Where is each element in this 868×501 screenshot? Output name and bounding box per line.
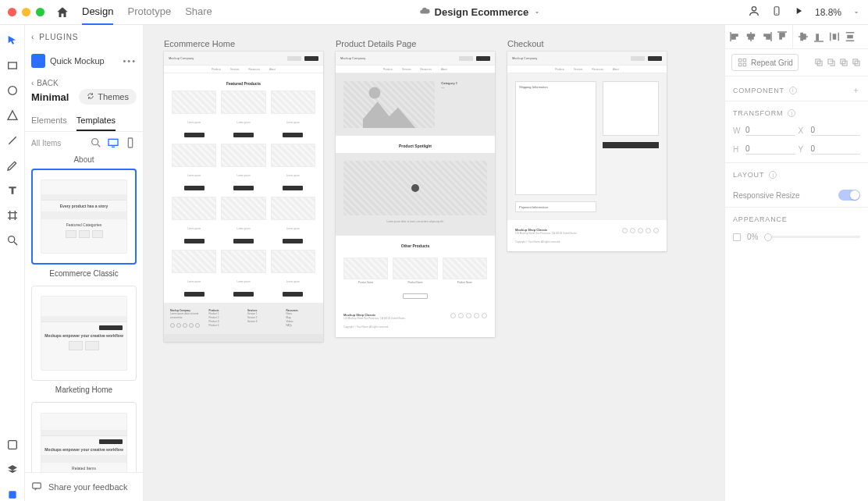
distribute-v-icon[interactable]: [843, 30, 857, 44]
responsive-resize-label: Responsive Resize: [733, 191, 800, 200]
svg-rect-24: [764, 34, 770, 36]
align-hcenter-icon[interactable]: [744, 30, 758, 44]
info-icon[interactable]: i: [788, 109, 795, 117]
align-right-icon[interactable]: [760, 30, 774, 44]
svg-line-5: [9, 137, 16, 144]
canvas[interactable]: Ecommerce Home Mockup Company ProductsSe…: [144, 25, 724, 501]
svg-point-4: [8, 87, 16, 95]
subtab-elements[interactable]: Elements: [31, 111, 67, 131]
align-vcenter-icon[interactable]: [796, 30, 810, 44]
mobile-preview-icon[interactable]: [771, 5, 782, 20]
svg-point-16: [368, 87, 380, 99]
responsive-toggle[interactable]: [838, 190, 860, 201]
info-icon[interactable]: i: [789, 87, 797, 94]
artboard-title[interactable]: Ecommerce Home: [164, 39, 323, 48]
layers-icon[interactable]: [6, 464, 19, 476]
grid-icon: [737, 57, 748, 68]
align-bottom-icon[interactable]: [812, 30, 826, 44]
window-zoom[interactable]: [36, 8, 44, 16]
zoom-level[interactable]: 18.8%: [815, 7, 841, 18]
subtract-op-icon[interactable]: [826, 57, 837, 68]
mobile-filter-icon[interactable]: [124, 137, 137, 149]
section-appearance: APPEARANCE: [733, 215, 788, 223]
artboard-tool[interactable]: [6, 209, 19, 222]
chat-icon: [31, 481, 42, 493]
svg-rect-30: [801, 34, 802, 41]
exclude-op-icon[interactable]: [851, 57, 862, 68]
svg-rect-25: [767, 37, 770, 39]
svg-rect-22: [749, 37, 753, 39]
artboard-title[interactable]: Checkout: [507, 39, 667, 48]
plugins-back-icon[interactable]: ‹: [31, 33, 34, 41]
align-top-icon[interactable]: [775, 30, 789, 44]
window-close[interactable]: [8, 8, 16, 16]
avatar-icon[interactable]: [748, 5, 760, 20]
artboard-checkout[interactable]: Mockup Company ProductsServicesResources…: [507, 52, 667, 251]
svg-rect-33: [816, 34, 818, 41]
chevron-down-icon[interactable]: [533, 5, 541, 20]
theme-back-button[interactable]: ‹ BACK: [25, 73, 143, 87]
window-minimize[interactable]: [22, 8, 30, 16]
opacity-value: 0%: [747, 233, 758, 241]
add-icon[interactable]: ＋: [852, 84, 860, 96]
template-card[interactable]: Mockups empower your creative workflow R…: [31, 402, 137, 472]
repeat-grid-button[interactable]: Repeat Grid: [731, 54, 799, 71]
desktop-filter-icon[interactable]: [107, 137, 119, 149]
plugins-heading: PLUGINS: [39, 33, 78, 41]
template-card[interactable]: Mockups empower your creative workflow: [31, 286, 137, 382]
svg-rect-18: [732, 34, 738, 36]
assets-icon[interactable]: [6, 439, 19, 451]
subtab-templates[interactable]: Templates: [76, 111, 116, 131]
add-op-icon[interactable]: [813, 57, 824, 68]
intersect-op-icon[interactable]: [838, 57, 849, 68]
svg-rect-36: [834, 34, 836, 39]
template-caption: Marketing Home: [31, 386, 137, 394]
artboard-title[interactable]: Product Details Page: [336, 39, 495, 48]
svg-rect-27: [780, 34, 781, 40]
zoom-tool[interactable]: [6, 234, 19, 247]
template-caption: Ecommerce Classic: [31, 269, 137, 278]
plugins-icon[interactable]: [6, 489, 19, 501]
x-input[interactable]: [811, 125, 861, 136]
width-input[interactable]: [745, 125, 795, 136]
polygon-tool[interactable]: [6, 109, 19, 122]
theme-name: Minimal: [31, 91, 69, 103]
distribute-h-icon[interactable]: [827, 30, 841, 44]
zoom-chevron-icon[interactable]: [852, 5, 860, 20]
feedback-button[interactable]: Share your feedback: [25, 472, 143, 501]
section-transform: TRANSFORM: [733, 109, 783, 117]
artboard-product-details[interactable]: Mockup Company ProductsServicesResources…: [336, 52, 495, 337]
text-tool[interactable]: [6, 184, 19, 197]
y-input[interactable]: [811, 144, 861, 155]
all-items-label[interactable]: All Items: [31, 139, 85, 147]
plugin-more-icon[interactable]: •••: [123, 56, 137, 66]
svg-rect-12: [108, 139, 118, 145]
align-left-icon[interactable]: [728, 30, 742, 44]
templates-scroll[interactable]: Every product has a story Featured Categ…: [25, 169, 143, 472]
chevron-left-icon: ‹: [31, 79, 34, 87]
themes-button[interactable]: Themes: [79, 89, 137, 105]
home-icon[interactable]: [55, 5, 69, 20]
opacity-checkbox[interactable]: [733, 233, 741, 241]
height-input[interactable]: [745, 144, 795, 155]
tab-prototype[interactable]: Prototype: [127, 0, 171, 25]
line-tool[interactable]: [6, 134, 19, 147]
opacity-slider[interactable]: [764, 236, 860, 238]
template-card[interactable]: Every product has a story Featured Categ…: [31, 169, 137, 265]
select-tool[interactable]: [6, 34, 19, 47]
plugin-name: Quick Mockup: [50, 56, 118, 66]
plugin-item[interactable]: Quick Mockup •••: [25, 49, 143, 73]
rectangle-tool[interactable]: [6, 59, 19, 72]
play-icon[interactable]: [793, 5, 804, 20]
svg-rect-43: [743, 63, 746, 66]
tab-share[interactable]: Share: [185, 0, 212, 25]
svg-point-0: [752, 6, 756, 10]
document-title[interactable]: Design Ecommerce: [435, 6, 529, 18]
svg-rect-9: [9, 491, 16, 498]
tab-design[interactable]: Design: [82, 0, 113, 25]
artboard-ecommerce-home[interactable]: Mockup Company ProductsServicesResources…: [164, 52, 323, 342]
info-icon[interactable]: i: [769, 171, 777, 179]
search-icon[interactable]: [90, 137, 102, 149]
ellipse-tool[interactable]: [6, 84, 19, 97]
pen-tool[interactable]: [6, 159, 19, 172]
